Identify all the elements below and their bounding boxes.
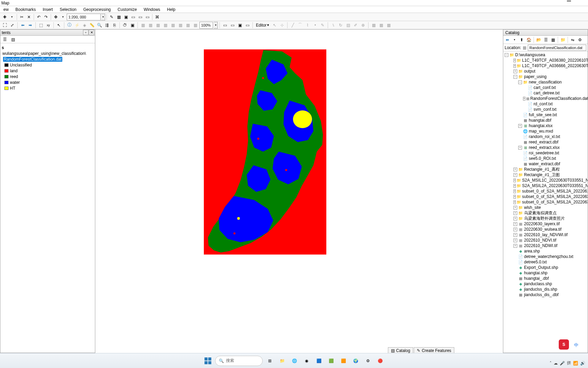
layout-mode-icon[interactable]: ▭ bbox=[222, 22, 228, 29]
cat-tree-icon[interactable]: ☰ bbox=[542, 36, 549, 43]
georef-icon[interactable]: ▦ bbox=[169, 22, 176, 29]
menu-selection[interactable]: Selection bbox=[57, 6, 79, 13]
create-features-icon[interactable]: ▦ bbox=[370, 22, 377, 29]
cat-folder-up-icon[interactable]: 📂 bbox=[535, 36, 542, 43]
explorer-icon[interactable]: 📁 bbox=[277, 356, 287, 366]
cat-toggle-icon[interactable]: ⇋ bbox=[569, 36, 576, 43]
catalog-item[interactable]: +📁S2A_MSIL1C_20220630T033551_N0400_ bbox=[504, 178, 587, 183]
catalog-item[interactable]: 📄cart_conf.txt bbox=[504, 85, 587, 90]
georef-icon[interactable]: ▦ bbox=[140, 22, 146, 29]
pointer-button[interactable]: ↖ bbox=[55, 22, 62, 29]
zoom-dropdown-icon[interactable]: ▾ bbox=[214, 22, 218, 29]
layout-icon[interactable]: ▣ bbox=[122, 14, 129, 20]
hyperlink-button[interactable]: ⚡ bbox=[74, 22, 80, 29]
catalog-item[interactable]: +▦20220630_layerx.tif bbox=[504, 221, 587, 227]
toc-close-icon[interactable]: ✕ bbox=[89, 30, 94, 35]
catalog-item[interactable]: 📄full_site_see.txt bbox=[504, 112, 587, 118]
expand-icon[interactable]: + bbox=[513, 64, 516, 68]
edit-tool-icon[interactable]: ↖ bbox=[271, 22, 278, 29]
arc-icon[interactable]: ⌒ bbox=[297, 22, 304, 29]
start-button[interactable] bbox=[203, 356, 213, 366]
wifi-icon[interactable]: 📶 bbox=[573, 361, 578, 366]
app-icon[interactable]: 🟩 bbox=[326, 356, 336, 366]
menu-help[interactable]: Help bbox=[164, 6, 178, 13]
expand-icon[interactable]: + bbox=[513, 168, 517, 171]
add-data-button[interactable]: ✚ bbox=[1, 14, 8, 20]
taskbar-search[interactable]: 🔍 搜索 bbox=[215, 356, 263, 366]
georef-icon[interactable]: ▦ bbox=[154, 22, 161, 29]
catalog-item[interactable]: +▦2022610_NDWI.tif bbox=[504, 243, 587, 248]
select-elements-button[interactable]: ⬚ bbox=[37, 22, 44, 29]
app-icon[interactable]: ⚙ bbox=[363, 356, 373, 366]
catalog-item[interactable]: ▦huangtai.dbf bbox=[504, 118, 587, 123]
catalog-item[interactable]: 📄roi_seedetree.txt bbox=[504, 150, 587, 156]
cat-dropdown-icon[interactable]: ▾ bbox=[511, 36, 518, 43]
catalog-item[interactable]: ◆jianduclss_dis.shp bbox=[504, 287, 587, 292]
expand-icon[interactable]: − bbox=[513, 75, 517, 79]
window3-icon[interactable]: ▭ bbox=[144, 14, 151, 20]
catalog-item[interactable]: +📁乌梁素海野外调查照片 bbox=[504, 216, 587, 221]
expand-icon[interactable]: + bbox=[513, 206, 517, 210]
layout-mode4-icon[interactable]: ▭ bbox=[244, 22, 251, 29]
trace-icon[interactable]: ⌇ bbox=[304, 22, 311, 29]
toc-path[interactable]: wuliangsusea\paper_using\new_classificat… bbox=[2, 50, 94, 56]
menu-windows[interactable]: Windows bbox=[141, 6, 163, 13]
viewer-button[interactable]: ▣ bbox=[129, 22, 136, 29]
catalog-item[interactable]: +📁wlsh_site bbox=[504, 205, 587, 210]
split-icon[interactable]: ⑊ bbox=[330, 22, 337, 29]
mic-icon[interactable]: 🎤 bbox=[560, 361, 565, 366]
catalog-item[interactable]: 🌐map_wu.mxd bbox=[504, 128, 587, 134]
catalog-item[interactable]: ▦reed_extract.dbf bbox=[504, 139, 587, 145]
ime-badge-icon[interactable]: S bbox=[559, 339, 569, 350]
georef-icon[interactable]: ▦ bbox=[162, 22, 169, 29]
window2-icon[interactable]: ▭ bbox=[137, 14, 144, 20]
catalog-item[interactable]: +📁subset_0_of_S2A_MSIL2A_20220610T033 bbox=[504, 188, 587, 194]
catalog-item[interactable]: 📄svm_conf.txt bbox=[504, 107, 587, 112]
cat-connect-folder-icon[interactable]: 📁 bbox=[559, 36, 566, 43]
expand-icon[interactable]: + bbox=[513, 184, 516, 188]
layout-mode2-icon[interactable]: ▭ bbox=[229, 22, 236, 29]
catalog-item[interactable]: 📄rd_conf.txt bbox=[504, 101, 587, 107]
cat-home-icon[interactable]: 🏠 bbox=[525, 36, 532, 43]
catalog-item[interactable]: ◆huangtai.shp bbox=[504, 270, 587, 276]
cat-list-icon[interactable]: ▦ bbox=[550, 36, 556, 43]
catalog-item[interactable]: +📁subset_0_of_S2A_MSIL2A_20220630T033 bbox=[504, 194, 587, 199]
georef-icon[interactable]: ▦ bbox=[177, 22, 184, 29]
expand-icon[interactable]: + bbox=[513, 228, 517, 231]
sketch-icon[interactable]: ✐ bbox=[352, 22, 359, 29]
ime-lang-label[interactable]: 中 bbox=[574, 342, 578, 348]
catalog-item[interactable]: +📁Rectangle_#1_高程 bbox=[504, 167, 587, 172]
identify-button[interactable]: ⓘ bbox=[66, 22, 73, 29]
catalog-item[interactable]: +📁Rectangle_#1_卫图 bbox=[504, 172, 587, 178]
tray-chevron-icon[interactable]: ˄ bbox=[550, 361, 552, 366]
catalog-item[interactable]: 📄detree_waterzhengzhou.txt bbox=[504, 254, 587, 259]
cloud-icon[interactable]: ☁ bbox=[554, 361, 558, 366]
location-input[interactable] bbox=[528, 45, 586, 51]
catalog-item[interactable]: +▦2022610_lay_NDVWI.tif bbox=[504, 232, 587, 237]
python-icon[interactable]: ⌘ bbox=[154, 14, 161, 20]
minimize-icon[interactable] bbox=[567, 1, 571, 1]
catalog-item[interactable]: +▦2022610_NDVI.tif bbox=[504, 237, 587, 243]
expand-icon[interactable]: + bbox=[513, 200, 516, 204]
target-icon[interactable]: ⊕ bbox=[360, 22, 366, 29]
toc-class-row[interactable]: Unclassified bbox=[2, 62, 94, 68]
catalog-tree[interactable]: − 📁 D:\wuliangsusea +📁L1C_T49TCF_A036380… bbox=[503, 51, 588, 353]
expand-icon[interactable]: + bbox=[518, 124, 522, 128]
task-view-icon[interactable]: ⊞ bbox=[265, 356, 275, 366]
editor-menu[interactable]: Editor▾ bbox=[255, 23, 271, 28]
lang-icon[interactable]: 拼 bbox=[567, 360, 571, 366]
edit-icon[interactable]: ✎ bbox=[319, 22, 326, 29]
catalog-item[interactable]: +▦20220630_wulsea.tif bbox=[504, 227, 587, 232]
app-icon[interactable]: 🟧 bbox=[338, 356, 348, 366]
zoom-percent-input[interactable]: 100% bbox=[199, 22, 213, 29]
app-icon[interactable]: 🔴 bbox=[375, 356, 385, 366]
cat-back-icon[interactable]: ⬅ bbox=[504, 36, 511, 43]
cat-options-icon[interactable]: ⚙ bbox=[576, 36, 583, 43]
menu-bookmarks[interactable]: Bookmarks bbox=[13, 6, 38, 13]
catalog-item[interactable]: +⊞huangtai.xlsx bbox=[504, 123, 587, 128]
expand-icon[interactable]: − bbox=[518, 80, 522, 84]
edit-vertices-icon[interactable]: ⊹ bbox=[279, 22, 285, 29]
volume-icon[interactable]: 🔊 bbox=[580, 361, 585, 366]
create-features2-icon[interactable]: ▦ bbox=[378, 22, 385, 29]
expand-icon[interactable]: + bbox=[513, 211, 517, 215]
